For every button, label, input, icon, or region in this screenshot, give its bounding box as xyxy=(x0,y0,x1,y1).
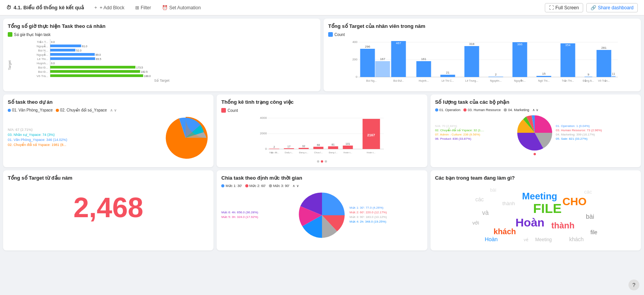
word-bai2: bài xyxy=(490,187,496,193)
y-axis-label: Target xyxy=(8,39,12,70)
fullscreen-button[interactable]: ⛶ Full Screen xyxy=(545,3,583,12)
chart-hours-legend: Số giờ thực hiện task xyxy=(8,32,316,37)
svg-rect-42 xyxy=(417,61,431,77)
chart-tasks-by-project: Số task theo dự án 01. Văn Phòng_Yspace … xyxy=(3,94,214,167)
chart-time-title: Chia task theo định mức thời gian xyxy=(221,175,422,181)
svg-text:21: 21 xyxy=(446,71,449,74)
automation-icon: ⏰ xyxy=(162,5,168,10)
svg-rect-86 xyxy=(313,147,324,149)
legend-operation: 01. Operation xyxy=(435,108,461,112)
legend-hours: Số giờ thực hiện task xyxy=(8,32,51,37)
pie-label-chuyendoi: 02. Chuyển đổi số Yspace: 1981 (8... xyxy=(8,143,161,147)
svg-text:Bùi Đ...: Bùi Đ... xyxy=(38,66,48,69)
legend-muc3: Mức 3: 90' xyxy=(269,184,289,188)
svg-rect-66 xyxy=(597,50,611,77)
svg-rect-26 xyxy=(50,74,143,77)
share-dashboard-button[interactable]: 🔗 Share dashboard xyxy=(586,3,638,12)
time-expand-icon[interactable]: ∧ ∨ xyxy=(293,184,299,188)
svg-text:2167: 2167 xyxy=(367,133,375,137)
chart-task-status: Thống kê tình trạng công việc Count 4000… xyxy=(217,94,427,167)
svg-rect-11 xyxy=(50,53,95,56)
legend-vanphong: 01. Văn Phòng_Yspace xyxy=(8,108,53,112)
filter-icon: ⊞ xyxy=(135,5,139,10)
chart-hours-body: Target Trần T... 0.0 xyxy=(8,39,316,78)
svg-text:Trần T...: Trần T... xyxy=(37,40,48,44)
pie-chart-dept xyxy=(515,113,554,152)
svg-text:0.0: 0.0 xyxy=(51,41,55,43)
bars-area: Trần T... 0.0 Nguyễ... 61.0 Bùi N... 52.… xyxy=(13,39,316,78)
time-labels-left: Mức 6: 4h: 656.0 (36.28%) Mức 5: 3h: 324… xyxy=(221,211,294,220)
svg-text:318: 318 xyxy=(469,42,475,46)
chart-tasks-title: Số task theo dự án xyxy=(8,99,209,105)
svg-text:Nguyễ...: Nguyễ... xyxy=(36,44,48,48)
filter-button[interactable]: ⊞ Filter xyxy=(132,3,154,12)
svg-text:Bùi Đ...: Bùi Đ... xyxy=(38,70,48,74)
svg-rect-45 xyxy=(441,75,455,77)
pie-chart-time xyxy=(297,190,347,240)
svg-rect-80 xyxy=(284,148,294,149)
svg-rect-63 xyxy=(585,77,592,77)
pie-chart-tasks xyxy=(162,115,209,161)
svg-text:Việc đã...: Việc đã... xyxy=(269,151,279,154)
word-khach2: khách xyxy=(569,236,584,242)
svg-text:Đang x...: Đang x... xyxy=(299,151,308,154)
word-hoan: Hoàn xyxy=(515,216,544,229)
svg-text:Võ Trà...: Võ Trà... xyxy=(36,74,48,78)
chart-word-cloud: Các bạn trong team đang làm gì? Meeting … xyxy=(430,170,641,250)
time-labels-right: Mức 1: 30': 77.0 (4.26%) Mức 2: 60': 220… xyxy=(350,206,423,225)
svg-text:0.0: 0.0 xyxy=(51,62,55,65)
dot-3 xyxy=(325,160,327,163)
hbar-svg: Trần T... 0.0 Nguyễ... 61.0 Bùi N... 52.… xyxy=(13,39,316,78)
legend-vanphong-dot xyxy=(8,109,11,112)
svg-text:188.0: 188.0 xyxy=(144,75,151,77)
svg-rect-77 xyxy=(269,149,279,149)
header: ⏱ 4.1. Biểu đồ thống kê kết quả ＋ + Add … xyxy=(0,0,644,15)
set-automation-button[interactable]: ⏰ Set Automation xyxy=(159,3,204,12)
svg-rect-68 xyxy=(612,76,616,77)
chart-total-target: Tổng số Target từ đầu năm 2,468 xyxy=(3,170,214,250)
chart-status-title: Thống kê tình trạng công việc xyxy=(221,99,422,105)
svg-text:61.0: 61.0 xyxy=(82,45,88,48)
dot-indicator xyxy=(221,160,422,163)
pie-tasks-area: N/A: 67 (2.71%) 03. Nhân sự_Yspace: 74 (… xyxy=(8,115,209,161)
word-meeting2: Meeting xyxy=(535,237,552,242)
word-cho: CHO xyxy=(562,196,586,208)
svg-text:Lê Thi C...: Lê Thi C... xyxy=(441,79,454,82)
svg-text:15: 15 xyxy=(542,72,546,75)
svg-text:81: 81 xyxy=(332,143,335,146)
svg-text:32: 32 xyxy=(302,145,305,148)
svg-text:68: 68 xyxy=(317,144,320,146)
svg-rect-54 xyxy=(513,42,527,77)
chart-tasks-legend: 01. Văn Phòng_Yspace 02. Chuyển đổi số_Y… xyxy=(8,108,209,112)
svg-text:400: 400 xyxy=(352,40,358,44)
word-khach: khách xyxy=(493,227,516,236)
pie-label-vanphong: 01. Văn Phòng_Yspace: 346 (14.02%) xyxy=(8,138,161,142)
word-meeting: Meeting xyxy=(522,191,557,201)
dot-1 xyxy=(317,160,319,163)
svg-rect-14 xyxy=(50,57,95,60)
legend-chuyendoi: 02. Chuyển đổi số_Yspace xyxy=(56,108,107,112)
svg-rect-57 xyxy=(537,76,551,77)
add-block-button[interactable]: ＋ + Add Block xyxy=(90,3,127,12)
pie-dept-area: N/A: 70 (2.84%) 02. Chuyển đổi số Yspace… xyxy=(435,113,636,152)
word-file2: file xyxy=(590,229,597,235)
legend-expand-icon[interactable]: ∧ ∨ xyxy=(110,108,117,112)
header-right: ⛶ Full Screen 🔗 Share dashboard xyxy=(545,3,638,12)
svg-text:Đang l...: Đang l... xyxy=(329,151,338,154)
svg-rect-23 xyxy=(50,70,140,73)
svg-rect-39 xyxy=(391,41,406,77)
svg-text:Nguyễn...: Nguyễn... xyxy=(514,79,525,82)
svg-rect-5 xyxy=(50,45,81,47)
word-file: FILE xyxy=(533,201,561,216)
svg-rect-51 xyxy=(489,77,503,77)
legend-hr: 03. Human Resource xyxy=(463,108,501,112)
svg-text:Hoàn t...: Hoàn t... xyxy=(367,151,376,154)
total-target-value: 2,468 xyxy=(8,184,209,227)
fullscreen-icon: ⛶ xyxy=(549,5,554,10)
dept-expand-icon[interactable]: ∧ ∨ xyxy=(532,108,539,112)
word-voi: với xyxy=(472,220,479,226)
svg-text:101: 101 xyxy=(346,142,350,145)
legend-marketing: 04. Marketing xyxy=(504,108,529,112)
dot-2 xyxy=(321,160,323,163)
svg-text:354: 354 xyxy=(565,43,571,47)
